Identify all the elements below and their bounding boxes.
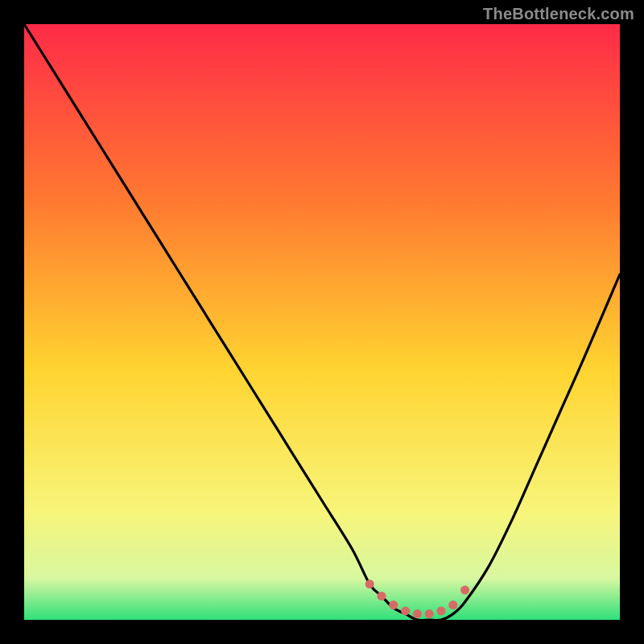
bottleneck-curve (24, 24, 620, 620)
curve-marker (460, 586, 469, 595)
curve-marker (401, 606, 410, 615)
curve-marker (365, 580, 374, 588)
curve-marker (437, 606, 446, 615)
chart-frame: TheBottleneck.com (0, 0, 644, 644)
plot-area (24, 24, 620, 620)
curve-marker (413, 609, 422, 618)
curve-path (24, 24, 620, 620)
curve-marker (425, 609, 434, 618)
curve-marker (448, 601, 457, 609)
curve-marker (389, 601, 398, 609)
watermark-text: TheBottleneck.com (483, 5, 634, 23)
curve-marker (378, 592, 386, 601)
